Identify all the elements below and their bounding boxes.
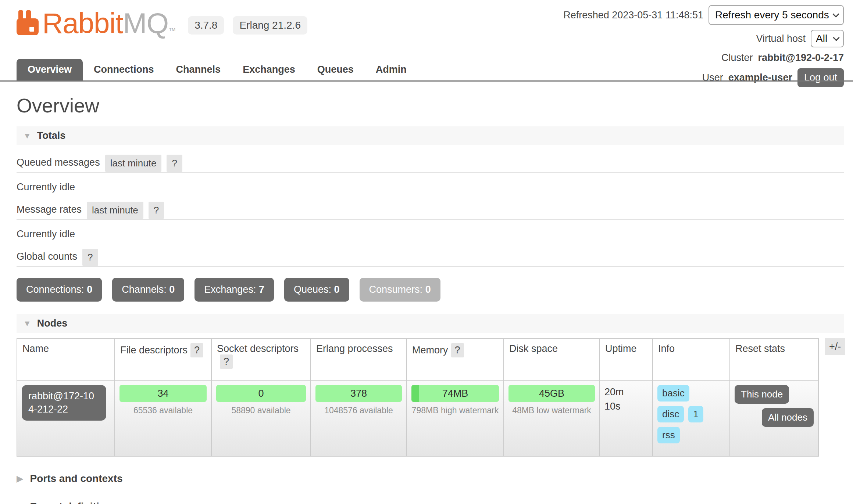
- erlang-processes-available: 1048576 available: [315, 406, 402, 415]
- tab-admin[interactable]: Admin: [365, 59, 418, 80]
- col-header-disk-space: Disk space: [504, 338, 600, 380]
- nodes-table-area: Name File descriptors? Socket descriptor…: [17, 338, 844, 457]
- socket-descriptors-cell: 0 58890 available: [211, 380, 311, 456]
- global-counts-label: Global counts: [17, 251, 77, 266]
- info-cell: basic disc 1 rss: [653, 380, 730, 456]
- col-header-erlang-processes: Erlang processes: [311, 338, 407, 380]
- memory-watermark: 798MB high watermark: [411, 406, 499, 415]
- memory-cell: 74MB 798MB high watermark: [407, 380, 504, 456]
- col-header-memory: Memory?: [407, 338, 504, 380]
- nodes-section-header[interactable]: ▼ Nodes: [17, 314, 844, 333]
- global-counts-row: Global counts ?: [17, 249, 844, 267]
- version-badges: 3.7.8 Erlang 21.2.6: [188, 16, 307, 35]
- tab-queues[interactable]: Queues: [306, 59, 365, 80]
- message-rates-row: Message rates last minute ?: [17, 202, 844, 220]
- column-selector-button[interactable]: +/-: [825, 338, 845, 355]
- queued-messages-row: Queued messages last minute ?: [17, 155, 844, 173]
- refresh-interval-select[interactable]: Refresh every 5 seconds: [709, 5, 844, 25]
- virtual-host-label: Virtual host: [756, 33, 806, 44]
- file-descriptors-help-button[interactable]: ?: [190, 343, 203, 357]
- nodes-section-title: Nodes: [37, 318, 68, 329]
- collapse-triangle-icon: ▼: [23, 131, 31, 141]
- file-descriptors-available: 65536 available: [119, 406, 207, 415]
- totals-section-title: Totals: [37, 130, 66, 141]
- disk-space-watermark: 48MB low watermark: [508, 406, 595, 415]
- nodes-table: Name File descriptors? Socket descriptor…: [17, 338, 819, 457]
- col-header-file-descriptors: File descriptors?: [115, 338, 211, 380]
- col-header-socket-descriptors: Socket descriptors?: [211, 338, 311, 380]
- socket-descriptors-help-button[interactable]: ?: [220, 354, 233, 369]
- memory-help-button[interactable]: ?: [451, 343, 464, 357]
- col-header-reset-stats: Reset stats: [730, 338, 818, 380]
- info-badge-basic[interactable]: basic: [657, 385, 689, 402]
- col-header-uptime: Uptime: [600, 338, 653, 380]
- message-rates-idle-status: Currently idle: [17, 228, 844, 240]
- uptime-cell: 20m 10s: [600, 380, 653, 456]
- queues-count-button[interactable]: Queues: 0: [284, 278, 349, 302]
- erlang-processes-bar: 378: [315, 385, 402, 402]
- trademark-symbol: ™: [168, 26, 175, 35]
- message-rates-label: Message rates: [17, 204, 82, 219]
- consumers-count-button[interactable]: Consumers: 0: [360, 278, 440, 302]
- col-header-name: Name: [17, 338, 115, 380]
- header: RabbitMQ™ 3.7.8 Erlang 21.2.6 Refreshed …: [0, 0, 853, 82]
- nodes-table-header-row: Name File descriptors? Socket descriptor…: [17, 338, 818, 380]
- rabbitmq-wordmark: RabbitMQ™: [42, 12, 175, 35]
- reset-this-node-button[interactable]: This node: [735, 385, 789, 404]
- tab-exchanges[interactable]: Exchanges: [232, 59, 306, 80]
- socket-descriptors-bar: 0: [216, 385, 306, 402]
- reset-stats-cell: This node All nodes: [730, 380, 818, 456]
- node-name-badge[interactable]: rabbit@172-104-212-22: [22, 385, 106, 421]
- rabbitmq-logo-icon: [17, 10, 39, 35]
- channels-count-button[interactable]: Channels: 0: [112, 278, 184, 302]
- file-descriptors-cell: 34 65536 available: [115, 380, 211, 456]
- chevron-down-icon: [832, 11, 839, 17]
- message-rates-range-selector[interactable]: last minute: [87, 202, 143, 219]
- global-counts-buttons: Connections: 0 Channels: 0 Exchanges: 7 …: [17, 278, 844, 302]
- export-definitions-section[interactable]: ▶ Export definitions: [17, 501, 844, 504]
- file-descriptors-bar: 34: [119, 385, 207, 402]
- queued-messages-idle-status: Currently idle: [17, 181, 844, 193]
- reset-all-nodes-button[interactable]: All nodes: [762, 408, 814, 427]
- rabbitmq-version-badge: 3.7.8: [188, 16, 224, 35]
- memory-bar: 74MB: [411, 385, 499, 402]
- virtual-host-select[interactable]: All: [811, 30, 844, 47]
- expand-triangle-icon: ▶: [17, 501, 23, 504]
- collapse-triangle-icon: ▼: [23, 319, 31, 328]
- disk-space-bar: 45GB: [508, 385, 595, 402]
- connections-count-button[interactable]: Connections: 0: [17, 278, 102, 302]
- disk-space-cell: 45GB 48MB low watermark: [504, 380, 600, 456]
- erlang-version-badge: Erlang 21.2.6: [233, 16, 307, 35]
- ports-and-contexts-section[interactable]: ▶ Ports and contexts: [17, 473, 844, 485]
- chevron-down-icon: [833, 34, 839, 41]
- node-table-row: rabbit@172-104-212-22 34 65536 available…: [17, 380, 818, 456]
- expand-triangle-icon: ▶: [17, 474, 23, 484]
- message-rates-help-button[interactable]: ?: [149, 202, 164, 219]
- tab-connections[interactable]: Connections: [83, 59, 165, 80]
- info-badge-disc[interactable]: disc: [657, 406, 684, 422]
- tab-overview[interactable]: Overview: [17, 59, 83, 80]
- queued-messages-range-selector[interactable]: last minute: [105, 155, 162, 172]
- totals-section-header[interactable]: ▼ Totals: [17, 126, 844, 145]
- erlang-processes-cell: 378 1048576 available: [311, 380, 407, 456]
- global-counts-help-button[interactable]: ?: [82, 249, 98, 266]
- col-header-info: Info: [653, 338, 730, 380]
- main-nav: Overview Connections Channels Exchanges …: [0, 59, 853, 82]
- info-badge-1[interactable]: 1: [688, 406, 703, 422]
- rabbitmq-logo: RabbitMQ™: [17, 10, 175, 35]
- refreshed-timestamp: Refreshed 2023-05-31 11:48:51: [563, 10, 703, 21]
- exchanges-count-button[interactable]: Exchanges: 7: [194, 278, 274, 302]
- brand: RabbitMQ™ 3.7.8 Erlang 21.2.6: [17, 10, 307, 35]
- node-name-cell: rabbit@172-104-212-22: [17, 380, 115, 456]
- tab-channels[interactable]: Channels: [165, 59, 232, 80]
- info-badge-rss[interactable]: rss: [657, 427, 680, 443]
- page-title: Overview: [17, 94, 844, 117]
- socket-descriptors-available: 58890 available: [216, 406, 306, 415]
- queued-messages-label: Queued messages: [17, 157, 100, 172]
- queued-messages-help-button[interactable]: ?: [167, 155, 182, 172]
